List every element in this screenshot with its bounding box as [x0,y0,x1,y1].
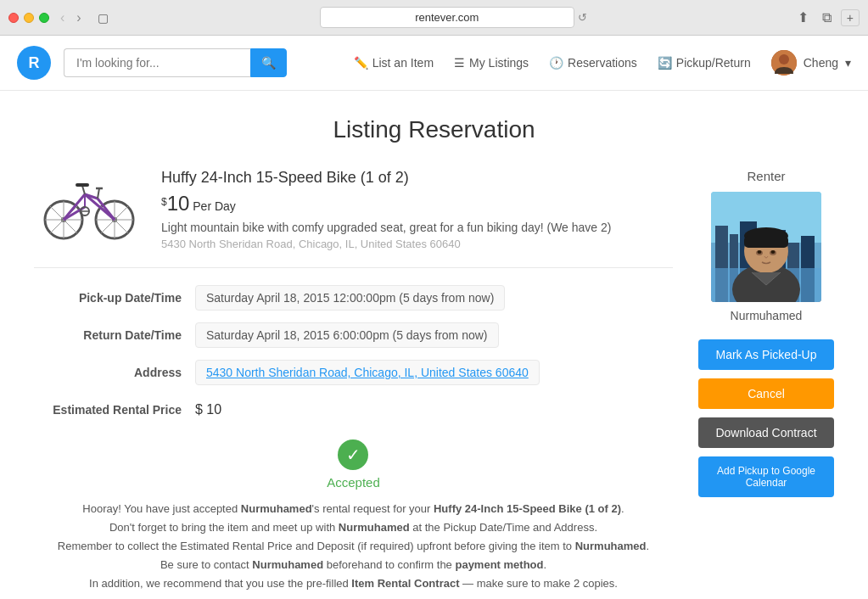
item-details: Huffy 24-Inch 15-Speed Bike (1 of 2) $10… [161,169,611,250]
user-avatar [771,50,797,76]
price-label: Estimated Rental Price [34,403,195,417]
item-price: $10 Per Day [161,192,611,216]
item-image [34,169,144,245]
contract-bold: Item Rental Contract [351,577,459,590]
sidebar-area: Renter [698,169,834,599]
msg4: Don't forget to bring the item and meet … [109,521,339,534]
share-button[interactable]: ⬆ [793,8,813,27]
msg7b: beforehand to confirm the [323,558,455,571]
msg5: at the Pickup Date/Time and Address. [410,521,597,534]
status-section: ✓ Accepted Hooray! You have just accepte… [34,439,673,593]
refresh-icon: 🔄 [658,56,672,70]
user-menu[interactable]: Cheng ▾ [771,50,851,76]
add-tab-button[interactable]: + [841,9,860,26]
price-value: $ 10 [195,397,221,423]
dropdown-icon: ▾ [845,56,851,70]
return-label: Return Date/Time [34,328,195,342]
price-symbol: $ [161,196,167,208]
search-icon: 🔍 [261,56,276,70]
action-buttons: Mark As Picked-Up Cancel Download Contra… [698,339,834,497]
pickup-row: Pick-up Date/Time Saturday April 18, 201… [34,285,673,311]
renter-name-2: Nurmuhamed [339,521,410,534]
item-listing: Huffy 24-Inch 15-Speed Bike (1 of 2) $10… [34,169,673,250]
nav-list-item[interactable]: ✏️ List an Item [354,56,434,70]
pickup-label: Pick-up Date/Time [34,291,195,305]
logo[interactable]: R [17,46,51,80]
nav-pickup-return[interactable]: 🔄 Pickup/Return [658,56,751,70]
msg7: Be sure to contact [160,558,252,571]
svg-rect-21 [76,183,89,187]
renter-name-4: Nurmuhamed [252,558,323,571]
tab-view-button[interactable]: ▢ [92,9,114,26]
price-period: Per Day [193,199,236,213]
msg1: Hooray! You have just accepted [82,502,240,515]
svg-line-20 [82,186,85,194]
msg6: Remember to collect the Estimated Rental… [58,540,575,552]
info-text: Hooray! You have just accepted Nurmuhame… [34,500,673,593]
close-button[interactable] [8,13,19,23]
accepted-icon: ✓ [338,439,368,470]
new-tab-button[interactable]: ⧉ [818,8,836,27]
address-bar[interactable]: rentever.com [320,7,574,28]
address-row: Address 5430 North Sheridan Road, Chicag… [34,360,673,385]
payment-bold: payment method [455,558,543,571]
msg3: . [621,502,624,515]
nav-my-listings[interactable]: ☰ My Listings [454,56,529,70]
msg7c: . [543,558,546,571]
clock-icon: 🕐 [549,56,563,70]
user-name: Cheng [804,56,838,70]
renter-label: Renter [698,169,834,183]
back-button[interactable]: ‹ [56,8,69,27]
main-layout: Huffy 24-Inch 15-Speed Bike (1 of 2) $10… [34,169,834,599]
nav-my-listings-label: My Listings [469,56,529,70]
price-amount: 10 [167,192,190,215]
divider-1 [34,267,673,268]
nav-pickup-return-label: Pickup/Return [676,56,751,70]
svg-rect-39 [744,236,788,248]
cancel-button[interactable]: Cancel [698,378,834,409]
price-num: 10 [206,402,221,417]
page-content: Listing Reservation [0,91,868,599]
reservation-details: Pick-up Date/Time Saturday April 18, 201… [34,285,673,423]
nav-reservations[interactable]: 🕐 Reservations [549,56,637,70]
svg-line-22 [98,188,99,199]
browser-chrome: ‹ › ▢ rentever.com ↺ ⬆ ⧉ + [0,0,868,36]
item-bold: Huffy 24-Inch 15-Speed Bike (1 of 2) [434,502,621,515]
item-description: Light mountain bike with comfy upgraded … [161,221,611,234]
search-input[interactable] [64,48,250,77]
nav-links: ✏️ List an Item ☰ My Listings 🕐 Reservat… [354,50,851,76]
reload-button[interactable]: ↺ [578,11,587,24]
svg-point-42 [758,250,762,254]
download-contract-button[interactable]: Download Contract [698,417,834,448]
forward-button[interactable]: › [72,8,85,27]
return-value: Saturday April 18, 2015 6:00:00pm (5 day… [195,322,499,348]
item-title: Huffy 24-Inch 15-Speed Bike (1 of 2) [161,169,611,187]
address-value[interactable]: 5430 North Sheridan Road, Chicago, IL, U… [195,360,540,385]
renter-section: Renter [698,169,834,322]
edit-icon: ✏️ [354,56,368,70]
renter-name-3: Nurmuhamed [575,540,647,552]
nav-list-item-label: List an Item [372,56,434,70]
minimize-button[interactable] [24,13,34,23]
svg-point-43 [771,250,776,254]
content-area: Huffy 24-Inch 15-Speed Bike (1 of 2) $10… [34,169,673,599]
msg2: 's rental request for your [312,502,434,515]
msg8: In addition, we recommend that you use t… [89,577,351,590]
logo-text: R [29,54,40,72]
pickup-value: Saturday April 18, 2015 12:00:00pm (5 da… [195,285,505,311]
svg-point-1 [779,54,789,64]
mark-pickup-button[interactable]: Mark As Picked-Up [698,339,834,370]
list-icon: ☰ [454,56,465,70]
msg8b: — make sure to make 2 copies. [460,577,618,590]
renter-name-1: Nurmuhamed [241,502,312,515]
maximize-button[interactable] [39,13,49,23]
navbar: R 🔍 ✏️ List an Item ☰ My Listings 🕐 Rese… [0,36,868,91]
url-text: rentever.com [415,11,479,24]
search-button[interactable]: 🔍 [250,48,287,77]
add-calendar-button[interactable]: Add Pickup to Google Calendar [698,456,834,497]
item-address: 5430 North Sheridan Road, Chicago, IL, U… [161,238,611,250]
search-form: 🔍 [64,48,287,77]
accepted-text: Accepted [327,475,380,490]
app-wrapper: R 🔍 ✏️ List an Item ☰ My Listings 🕐 Rese… [0,36,868,599]
address-label: Address [34,366,195,379]
